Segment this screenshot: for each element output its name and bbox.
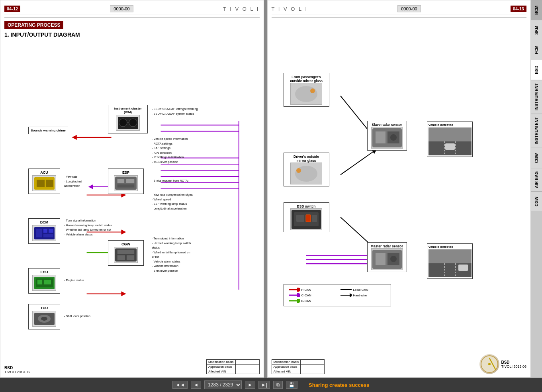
- instrument-cluster-box: Instrument cluster(ICM): [108, 105, 148, 133]
- cgw-box: CGW: [108, 240, 144, 266]
- toolbar-page-select[interactable]: 1283 / 2329: [204, 380, 242, 389]
- bsd-switch-image: [290, 208, 322, 230]
- left-page: 04-12 0000-00 T I V O L I OPERATING PROC…: [0, 0, 264, 378]
- left-page-footer: BSD TIVOLI 2019.06 Modification basis Ap…: [4, 359, 260, 374]
- svg-rect-25: [117, 184, 135, 188]
- logo-area: BSD TIVOLI 2019.06: [479, 354, 526, 374]
- svg-rect-36: [117, 250, 135, 254]
- toolbar-page-display: 1283 / 2329: [204, 380, 242, 389]
- slave-radar-image: [371, 127, 403, 149]
- svg-point-73: [390, 256, 397, 262]
- icm-input-labels: - Vehicle speed information- RCTA settin…: [152, 137, 213, 164]
- toolbar-share-text: Sharing creates success: [309, 382, 369, 388]
- right-page-title: T I V O L I: [272, 6, 308, 12]
- toolbar-copy-btn[interactable]: ⧉: [273, 381, 283, 389]
- esp-label: ESP: [122, 171, 129, 174]
- sidebar-tab-cgw2[interactable]: CGW: [531, 191, 542, 211]
- vehicle-road-top-image: [429, 127, 472, 155]
- bcm-image: [32, 225, 56, 241]
- svg-point-64: [296, 168, 301, 173]
- esp-image: [114, 175, 138, 191]
- svg-rect-61: [445, 143, 455, 150]
- ecu-image: [32, 275, 56, 291]
- cgw-image: [114, 247, 138, 263]
- footer-row-1: Modification basis: [206, 360, 235, 365]
- right-page-code: 0000-00: [397, 5, 421, 12]
- left-page-title: T I V O L I: [223, 6, 260, 12]
- legend-b-can: B-CAN: [289, 299, 334, 303]
- bcm-box: BCM: [28, 218, 60, 244]
- master-radar-label: Master radar sensor: [371, 244, 403, 248]
- bcm-outputs: - Turn signal information- Hazard warnin…: [64, 218, 112, 237]
- driver-mirror-image: [290, 163, 322, 184]
- master-radar-box: Master radar sensor: [367, 242, 407, 272]
- svg-point-52: [310, 88, 315, 93]
- svg-rect-54: [376, 131, 385, 143]
- legend-p-can: P-CAN: [289, 288, 334, 292]
- acu-outputs: - Yaw rate- Longitudinal acceleration: [64, 174, 82, 188]
- footer-left: BSD TIVOLI 2019.06: [4, 366, 30, 374]
- sounds-warning-box: Sounds warning chime: [28, 127, 68, 134]
- svg-rect-33: [37, 280, 42, 284]
- left-page-code: 0000-00: [110, 5, 133, 12]
- legend-local-can: Local CAN: [340, 288, 386, 292]
- ecu-label: ECU: [40, 270, 48, 274]
- front-mirror-box: Front passenger'soutside mirror glass: [284, 73, 329, 107]
- footer-right-info: BSD TIVOLI 2019.06: [501, 360, 526, 368]
- svg-rect-34: [44, 280, 51, 284]
- ecu-box: ECU: [28, 268, 60, 294]
- svg-point-41: [41, 317, 47, 321]
- sidebar-tab-bcm[interactable]: BCM: [531, 0, 542, 20]
- right-page: T I V O L I 0000-00 04-13: [267, 0, 531, 378]
- cgw-label: CGW: [121, 242, 130, 246]
- sidebar-tab-fcm[interactable]: FCM: [531, 40, 542, 60]
- left-page-number: 04-12: [4, 6, 20, 12]
- toolbar-prev-btn[interactable]: ◄: [191, 381, 201, 389]
- svg-rect-38: [127, 255, 134, 260]
- acu-box: ACU: [28, 169, 60, 194]
- sidebar-tab-skm[interactable]: SKM: [531, 20, 542, 40]
- svg-point-51: [295, 86, 317, 102]
- toolbar-last-btn[interactable]: ►|: [258, 381, 270, 389]
- right-footer-table: Modification basis Application basis Aff…: [272, 359, 325, 374]
- vehicle-detected-bottom: Vehicle detected: [427, 243, 473, 279]
- page-separator: [264, 0, 267, 378]
- toolbar-save-btn[interactable]: 💾: [286, 381, 297, 389]
- tcu-label: TCU: [41, 306, 48, 310]
- toolbar-next-btn[interactable]: ►: [245, 381, 255, 389]
- esp-inputs: - Yaw-rate compensation signal- Wheel sp…: [152, 192, 213, 211]
- sidebar-tab-instrument1[interactable]: INSTRUM ENT: [531, 80, 542, 114]
- slave-radar-label: Slave radar sensor: [372, 123, 402, 127]
- svg-rect-71: [376, 253, 385, 265]
- tcu-image: [32, 311, 56, 327]
- svg-rect-68: [306, 215, 311, 222]
- esp-brake-label: - Brake request from RCTAi: [152, 178, 211, 183]
- right-footer-system: BSD: [501, 360, 526, 365]
- acu-label: ACU: [40, 171, 48, 174]
- right-page-number: 04-13: [511, 6, 526, 12]
- svg-point-63: [295, 166, 317, 182]
- subsection-title: 1. INPUT/OUTPUT DIAGRAM: [4, 31, 260, 38]
- svg-rect-24: [126, 179, 134, 183]
- svg-rect-69: [312, 215, 317, 222]
- footer-row-2: Application basis: [206, 365, 235, 369]
- sidebar-tab-instrument2[interactable]: INSTRUM ENT: [531, 114, 542, 147]
- legend-box: P-CAN Local CAN C-CAN Hard-wire: [284, 284, 391, 306]
- right-page-footer: Modification basis Application basis Aff…: [272, 354, 527, 374]
- sidebar-tab-cgw1[interactable]: CGW: [531, 148, 542, 168]
- input-output-diagram: Instrument cluster(ICM) Sounds warning c…: [4, 41, 260, 312]
- front-mirror-image: [290, 83, 322, 105]
- vehicle-road-bottom-image: [429, 249, 472, 277]
- icm-output-labels: - BSD/RCTA/EAF left/right warning- BSD/R…: [152, 107, 211, 116]
- sidebar-tab-bsd[interactable]: BSD: [531, 60, 542, 80]
- svg-rect-30: [43, 234, 53, 237]
- bsd-switch-box: BSD switch: [284, 202, 329, 232]
- toolbar-first-btn[interactable]: ◄◄: [172, 381, 188, 389]
- svg-rect-20: [37, 180, 45, 187]
- sidebar-tab-airbag[interactable]: AIR BAG: [531, 168, 542, 191]
- footer-row-3: Affected VIN: [206, 369, 235, 374]
- slave-radar-box: Slave radar sensor: [367, 121, 407, 151]
- driver-mirror-label: Driver's outsidemirror glass: [294, 155, 319, 163]
- svg-rect-67: [296, 215, 304, 222]
- footer-table: Modification basis Application basis Aff…: [206, 359, 260, 374]
